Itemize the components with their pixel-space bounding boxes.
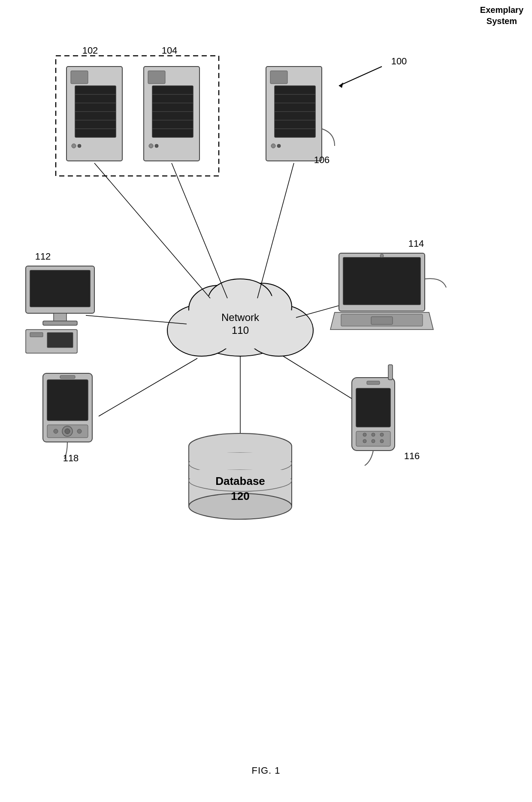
svg-point-6 — [78, 144, 81, 148]
line-pda-network — [99, 358, 197, 416]
mobile-phone-116 — [352, 365, 395, 466]
svg-point-60 — [65, 429, 70, 434]
svg-rect-34 — [30, 270, 90, 307]
laptop-114 — [330, 253, 446, 330]
svg-line-21 — [339, 67, 382, 86]
line-server102-network — [94, 163, 210, 298]
database-120: Database 120 — [189, 433, 292, 519]
database-num-label: 120 — [231, 490, 249, 502]
laptop-114-label: 114 — [408, 238, 424, 249]
svg-rect-71 — [189, 453, 291, 461]
system-100-label: 100 — [391, 56, 407, 67]
database-label: Database — [215, 475, 265, 487]
network-cloud: Network 110 — [167, 279, 313, 356]
network-num-label: 110 — [232, 324, 249, 336]
server-106-panel-top — [270, 71, 287, 84]
svg-rect-44 — [371, 317, 393, 324]
svg-point-13 — [155, 144, 158, 148]
svg-point-50 — [380, 433, 384, 436]
server-104-label: 104 — [162, 45, 178, 56]
svg-rect-46 — [356, 388, 390, 427]
server-102-panel-top — [71, 71, 88, 84]
svg-point-49 — [372, 433, 375, 436]
desktop-112-label: 112 — [35, 251, 51, 262]
svg-point-19 — [271, 144, 275, 148]
svg-point-53 — [380, 439, 384, 443]
main-diagram-svg: 102 104 106 100 — [0, 0, 532, 802]
line-server104-network — [172, 163, 227, 298]
svg-point-5 — [72, 144, 76, 148]
svg-rect-57 — [47, 380, 88, 421]
svg-point-52 — [372, 439, 375, 443]
svg-point-12 — [149, 144, 153, 148]
svg-point-20 — [277, 144, 281, 148]
svg-point-61 — [54, 429, 58, 433]
svg-rect-39 — [47, 333, 73, 348]
pda-118-label: 118 — [63, 453, 79, 463]
svg-point-42 — [380, 254, 384, 257]
svg-rect-41 — [343, 257, 420, 305]
server-102-label: 102 — [82, 45, 98, 56]
network-label: Network — [221, 312, 260, 323]
phone-116-label: 116 — [404, 451, 420, 461]
svg-rect-55 — [367, 381, 380, 384]
svg-rect-38 — [30, 333, 43, 337]
svg-point-51 — [363, 439, 366, 443]
diagram-container: Exemplary System FIG. 1 102 — [0, 0, 532, 802]
desktop-112 — [26, 266, 94, 353]
line-server106-network — [257, 163, 294, 298]
pda-118 — [43, 373, 92, 459]
svg-rect-36 — [43, 321, 77, 325]
svg-rect-35 — [54, 313, 66, 322]
svg-point-62 — [77, 429, 82, 433]
svg-rect-54 — [388, 365, 393, 380]
server-106-label: 106 — [314, 154, 330, 165]
svg-point-48 — [363, 433, 366, 436]
svg-rect-63 — [60, 375, 75, 378]
server-104-panel-top — [148, 71, 165, 84]
